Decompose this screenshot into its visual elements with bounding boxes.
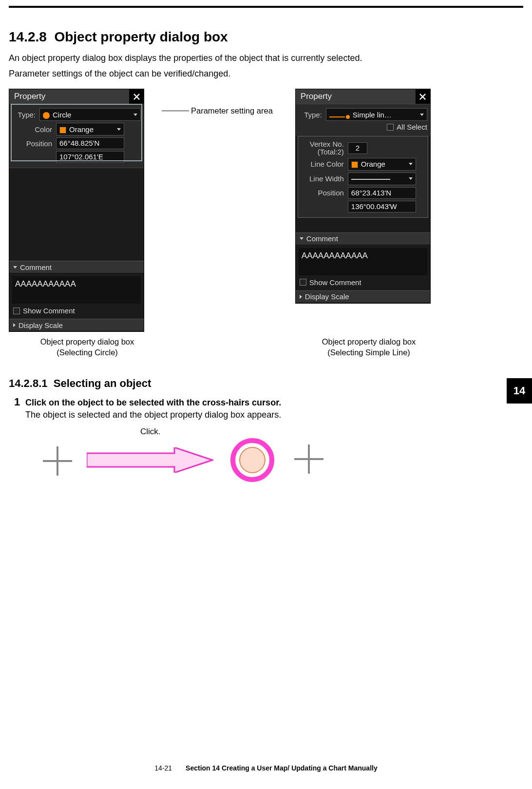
section-heading: 14.2.8 Object property dialog box [9,29,523,45]
subsection-heading: 14.2.8.1 Selecting an object [9,377,523,390]
section-number: 14.2.8 [9,29,47,44]
line-color-label: Line Color [301,160,344,168]
comment-text[interactable]: AAAAAAAAAAA [12,276,141,304]
position-label: Position [12,139,52,148]
dialog-title: Property [296,92,416,101]
vertex-label: Vertex No.(Total:2) [301,140,344,156]
type-value: Circle [53,111,71,119]
comment-section-header[interactable]: Comment [296,232,430,245]
position-lat[interactable]: 68°23.413'N [348,187,416,199]
target-object-icon [230,438,275,482]
color-dropdown[interactable]: Orange [56,123,124,135]
caption-line: Object property dialog box(Selecting Sim… [301,337,437,358]
callout-text: Parameter setting area [191,106,273,115]
chevron-down-icon [409,177,413,180]
chapter-tab: 14 [507,378,532,404]
dialog-title: Property [9,92,129,101]
page-footer: 14-21 Section 14 Creating a User Map/ Up… [0,764,532,772]
property-dialog-line: Property Type: Simple lin… [295,89,431,304]
line-width-dropdown[interactable] [348,173,416,185]
step-number: 1 [9,396,25,408]
all-select-checkbox[interactable]: All Select [387,123,427,131]
show-comment-checkbox[interactable]: Show Comment [9,307,144,319]
close-icon[interactable] [129,89,144,104]
color-label: Color [12,125,52,134]
type-dropdown[interactable]: Simple lin… [326,108,427,121]
crosshair-icon [294,444,323,474]
show-comment-checkbox[interactable]: Show Comment [296,278,430,290]
intro-text-2: Parameter settings of the object can be … [9,67,523,80]
type-label: Type: [299,111,322,119]
callout: Parameter setting area [162,106,273,115]
display-scale-header[interactable]: Display Scale [9,319,144,331]
close-icon[interactable] [416,89,430,104]
step-result: The object is selected and the object pr… [25,410,523,420]
color-value: Orange [69,125,94,134]
arrow-icon [87,447,213,473]
click-label: Click. [140,427,161,437]
position-lon[interactable]: 107°02.061'E [56,151,124,163]
crosshair-icon [43,446,72,476]
chevron-down-icon [420,114,424,116]
line-width-label: Line Width [301,174,344,183]
type-label: Type: [12,111,36,119]
type-value: Simple lin… [353,111,392,119]
caption-circle: Object property dialog box(Selecting Cir… [19,337,155,358]
vertex-number[interactable]: 2 [348,142,367,154]
svg-point-1 [240,447,265,473]
chevron-down-icon [117,128,121,131]
footer-section: Section 14 Creating a User Map/ Updating… [186,764,378,772]
display-scale-header[interactable]: Display Scale [296,290,430,303]
property-dialog-circle: Property Type: Circle [9,89,144,332]
type-dropdown[interactable]: Circle [39,108,141,121]
chevron-down-icon [409,163,413,165]
click-diagram: Click. [28,427,340,490]
position-label: Position [301,189,344,197]
comment-text[interactable]: AAAAAAAAAAAA [299,248,427,275]
comment-section-header[interactable]: Comment [9,261,144,273]
position-lat[interactable]: 66°48.825'N [56,137,124,149]
chevron-down-icon [133,114,137,116]
section-title-text: Object property dialog box [54,29,228,44]
step-instruction: Click on the object to be selected with … [25,398,523,408]
page-number: 14-21 [154,764,172,772]
position-lon[interactable]: 136°00.043'W [348,201,416,212]
line-color-dropdown[interactable]: Orange [348,158,416,171]
intro-text-1: An object property dialog box displays t… [9,52,523,64]
line-color-value: Orange [361,160,385,168]
